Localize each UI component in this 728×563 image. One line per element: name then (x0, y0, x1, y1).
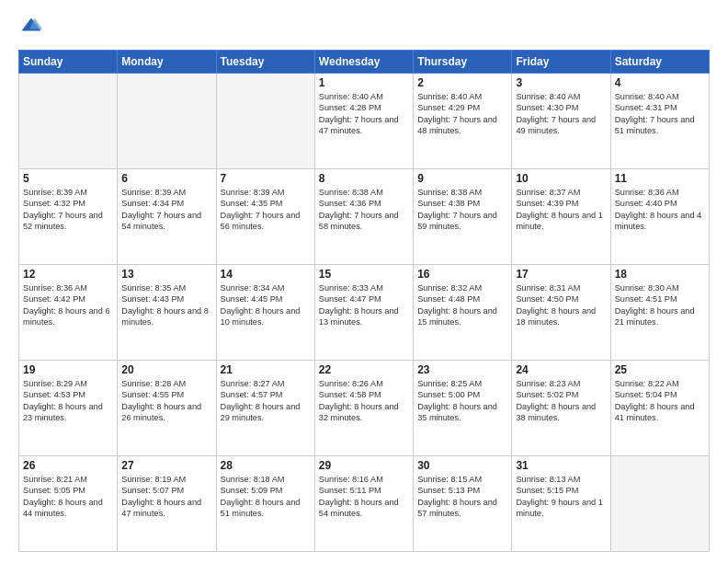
day-number: 15 (319, 268, 409, 281)
day-number: 3 (516, 76, 606, 89)
calendar-week-row: 1Sunrise: 8:40 AMSunset: 4:28 PMDaylight… (19, 74, 710, 169)
day-number: 5 (23, 172, 113, 185)
cell-info: Sunrise: 8:28 AMSunset: 4:55 PMDaylight:… (121, 378, 211, 424)
calendar-week-row: 26Sunrise: 8:21 AMSunset: 5:05 PMDayligh… (19, 456, 710, 552)
cell-info: Sunrise: 8:30 AMSunset: 4:51 PMDaylight:… (615, 282, 705, 328)
calendar-cell: 8Sunrise: 8:38 AMSunset: 4:36 PMDaylight… (314, 169, 413, 265)
cell-info: Sunrise: 8:37 AMSunset: 4:39 PMDaylight:… (516, 187, 606, 233)
calendar-cell: 1Sunrise: 8:40 AMSunset: 4:28 PMDaylight… (314, 74, 413, 169)
cell-info: Sunrise: 8:23 AMSunset: 5:02 PMDaylight:… (516, 378, 606, 424)
calendar-cell: 4Sunrise: 8:40 AMSunset: 4:31 PMDaylight… (610, 74, 709, 169)
calendar-cell (610, 456, 709, 552)
day-number: 9 (417, 172, 507, 185)
cell-info: Sunrise: 8:18 AMSunset: 5:09 PMDaylight:… (221, 474, 311, 520)
cell-info: Sunrise: 8:29 AMSunset: 4:53 PMDaylight:… (23, 378, 113, 424)
calendar-table: SundayMondayTuesdayWednesdayThursdayFrid… (18, 50, 710, 552)
cell-info: Sunrise: 8:21 AMSunset: 5:05 PMDaylight:… (23, 474, 113, 520)
cell-info: Sunrise: 8:19 AMSunset: 5:07 PMDaylight:… (121, 474, 211, 520)
day-number: 25 (615, 363, 705, 376)
cell-info: Sunrise: 8:22 AMSunset: 5:04 PMDaylight:… (615, 378, 705, 424)
cell-info: Sunrise: 8:33 AMSunset: 4:47 PMDaylight:… (319, 282, 409, 328)
calendar-cell: 31Sunrise: 8:13 AMSunset: 5:15 PMDayligh… (512, 456, 610, 552)
calendar-cell: 28Sunrise: 8:18 AMSunset: 5:09 PMDayligh… (216, 456, 314, 552)
day-number: 4 (615, 76, 705, 89)
calendar-cell: 16Sunrise: 8:32 AMSunset: 4:48 PMDayligh… (414, 265, 512, 361)
header (18, 15, 710, 40)
cell-info: Sunrise: 8:38 AMSunset: 4:36 PMDaylight:… (319, 187, 409, 233)
calendar-day-header: Sunday (19, 51, 118, 74)
calendar-week-row: 5Sunrise: 8:39 AMSunset: 4:32 PMDaylight… (19, 169, 710, 265)
day-number: 23 (417, 363, 507, 376)
calendar-week-row: 12Sunrise: 8:36 AMSunset: 4:42 PMDayligh… (19, 265, 710, 361)
calendar-cell: 10Sunrise: 8:37 AMSunset: 4:39 PMDayligh… (512, 169, 610, 265)
calendar-cell: 9Sunrise: 8:38 AMSunset: 4:38 PMDaylight… (414, 169, 512, 265)
calendar-cell (118, 74, 216, 169)
calendar-cell: 27Sunrise: 8:19 AMSunset: 5:07 PMDayligh… (118, 456, 216, 552)
day-number: 19 (23, 363, 113, 376)
cell-info: Sunrise: 8:35 AMSunset: 4:43 PMDaylight:… (121, 282, 211, 328)
calendar-cell: 24Sunrise: 8:23 AMSunset: 5:02 PMDayligh… (512, 361, 610, 456)
calendar-cell: 21Sunrise: 8:27 AMSunset: 4:57 PMDayligh… (216, 361, 314, 456)
day-number: 27 (121, 459, 211, 472)
calendar-cell: 29Sunrise: 8:16 AMSunset: 5:11 PMDayligh… (314, 456, 413, 552)
day-number: 29 (319, 459, 409, 472)
cell-info: Sunrise: 8:36 AMSunset: 4:42 PMDaylight:… (23, 282, 113, 328)
calendar-cell: 13Sunrise: 8:35 AMSunset: 4:43 PMDayligh… (118, 265, 216, 361)
calendar-day-header: Wednesday (314, 51, 413, 74)
calendar-week-row: 19Sunrise: 8:29 AMSunset: 4:53 PMDayligh… (19, 361, 710, 456)
day-number: 7 (221, 172, 311, 185)
day-number: 8 (319, 172, 409, 185)
day-number: 26 (23, 459, 113, 472)
cell-info: Sunrise: 8:40 AMSunset: 4:28 PMDaylight:… (319, 91, 409, 137)
calendar-cell: 11Sunrise: 8:36 AMSunset: 4:40 PMDayligh… (610, 169, 709, 265)
day-number: 28 (221, 459, 311, 472)
day-number: 22 (319, 363, 409, 376)
logo-icon (18, 15, 44, 40)
day-number: 20 (121, 363, 211, 376)
calendar-cell: 17Sunrise: 8:31 AMSunset: 4:50 PMDayligh… (512, 265, 610, 361)
cell-info: Sunrise: 8:40 AMSunset: 4:31 PMDaylight:… (615, 91, 705, 137)
cell-info: Sunrise: 8:40 AMSunset: 4:29 PMDaylight:… (417, 91, 507, 137)
cell-info: Sunrise: 8:31 AMSunset: 4:50 PMDaylight:… (516, 282, 606, 328)
calendar-cell: 14Sunrise: 8:34 AMSunset: 4:45 PMDayligh… (216, 265, 314, 361)
day-number: 13 (121, 268, 211, 281)
cell-info: Sunrise: 8:39 AMSunset: 4:32 PMDaylight:… (23, 187, 113, 233)
cell-info: Sunrise: 8:36 AMSunset: 4:40 PMDaylight:… (615, 187, 705, 233)
cell-info: Sunrise: 8:38 AMSunset: 4:38 PMDaylight:… (417, 187, 507, 233)
cell-info: Sunrise: 8:15 AMSunset: 5:13 PMDaylight:… (417, 474, 507, 520)
calendar-cell: 30Sunrise: 8:15 AMSunset: 5:13 PMDayligh… (414, 456, 512, 552)
day-number: 14 (221, 268, 311, 281)
calendar-day-header: Thursday (414, 51, 512, 74)
cell-info: Sunrise: 8:34 AMSunset: 4:45 PMDaylight:… (221, 282, 311, 328)
day-number: 17 (516, 268, 606, 281)
calendar-cell: 3Sunrise: 8:40 AMSunset: 4:30 PMDaylight… (512, 74, 610, 169)
day-number: 24 (516, 363, 606, 376)
calendar-cell: 5Sunrise: 8:39 AMSunset: 4:32 PMDaylight… (19, 169, 118, 265)
calendar-cell: 12Sunrise: 8:36 AMSunset: 4:42 PMDayligh… (19, 265, 118, 361)
calendar-cell (19, 74, 118, 169)
cell-info: Sunrise: 8:32 AMSunset: 4:48 PMDaylight:… (417, 282, 507, 328)
calendar-day-header: Friday (512, 51, 610, 74)
calendar-cell: 15Sunrise: 8:33 AMSunset: 4:47 PMDayligh… (314, 265, 413, 361)
cell-info: Sunrise: 8:39 AMSunset: 4:35 PMDaylight:… (221, 187, 311, 233)
cell-info: Sunrise: 8:13 AMSunset: 5:15 PMDaylight:… (516, 474, 606, 520)
cell-info: Sunrise: 8:40 AMSunset: 4:30 PMDaylight:… (516, 91, 606, 137)
day-number: 31 (516, 459, 606, 472)
day-number: 2 (417, 76, 507, 89)
day-number: 21 (221, 363, 311, 376)
day-number: 12 (23, 268, 113, 281)
day-number: 16 (417, 268, 507, 281)
calendar-day-header: Monday (118, 51, 216, 74)
day-number: 11 (615, 172, 705, 185)
calendar-cell: 25Sunrise: 8:22 AMSunset: 5:04 PMDayligh… (610, 361, 709, 456)
cell-info: Sunrise: 8:27 AMSunset: 4:57 PMDaylight:… (221, 378, 311, 424)
day-number: 18 (615, 268, 705, 281)
calendar-cell: 22Sunrise: 8:26 AMSunset: 4:58 PMDayligh… (314, 361, 413, 456)
cell-info: Sunrise: 8:39 AMSunset: 4:34 PMDaylight:… (121, 187, 211, 233)
logo (18, 15, 50, 40)
calendar-cell (216, 74, 314, 169)
cell-info: Sunrise: 8:25 AMSunset: 5:00 PMDaylight:… (417, 378, 507, 424)
day-number: 30 (417, 459, 507, 472)
cell-info: Sunrise: 8:16 AMSunset: 5:11 PMDaylight:… (319, 474, 409, 520)
day-number: 10 (516, 172, 606, 185)
